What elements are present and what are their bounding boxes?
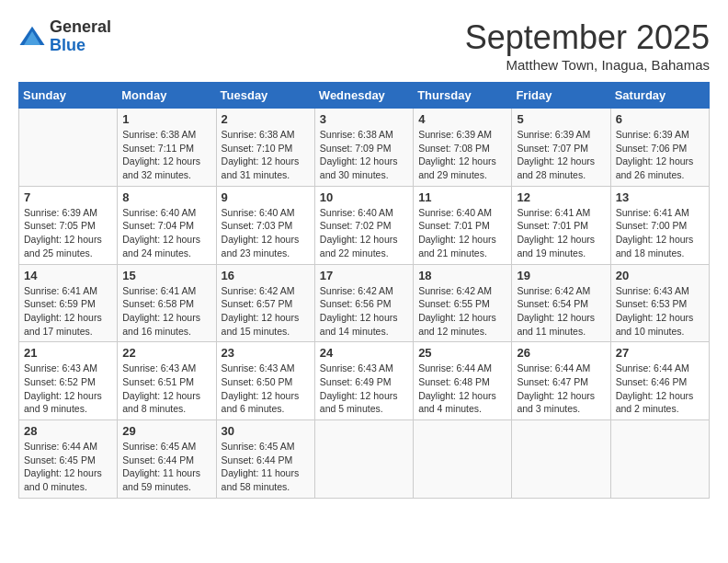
day-number: 9 [222, 190, 310, 204]
calendar-cell: 5Sunrise: 6:39 AM Sunset: 7:07 PM Daylig… [512, 109, 610, 187]
day-number: 26 [517, 346, 605, 360]
calendar-cell: 19Sunrise: 6:42 AM Sunset: 6:54 PM Dayli… [512, 264, 610, 342]
calendar-cell: 14Sunrise: 6:41 AM Sunset: 6:59 PM Dayli… [19, 264, 118, 342]
calendar-cell: 7Sunrise: 6:39 AM Sunset: 7:05 PM Daylig… [19, 186, 118, 264]
calendar-table: SundayMondayTuesdayWednesdayThursdayFrid… [18, 82, 710, 499]
day-info: Sunrise: 6:43 AM Sunset: 6:49 PM Dayligh… [320, 362, 408, 416]
calendar-cell: 11Sunrise: 6:40 AM Sunset: 7:01 PM Dayli… [414, 186, 512, 264]
day-info: Sunrise: 6:44 AM Sunset: 6:45 PM Dayligh… [24, 440, 112, 494]
day-number: 11 [418, 190, 506, 204]
day-info: Sunrise: 6:45 AM Sunset: 6:44 PM Dayligh… [122, 440, 210, 494]
day-header-friday: Friday [512, 83, 610, 109]
day-info: Sunrise: 6:39 AM Sunset: 7:06 PM Dayligh… [616, 128, 704, 182]
day-number: 25 [418, 346, 506, 360]
day-info: Sunrise: 6:41 AM Sunset: 6:59 PM Dayligh… [24, 284, 112, 339]
calendar-cell [414, 420, 512, 499]
day-number: 10 [320, 190, 408, 204]
day-info: Sunrise: 6:43 AM Sunset: 6:51 PM Dayligh… [122, 362, 210, 416]
day-number: 16 [222, 269, 310, 282]
day-info: Sunrise: 6:43 AM Sunset: 6:53 PM Dayligh… [616, 284, 704, 339]
day-info: Sunrise: 6:38 AM Sunset: 7:09 PM Dayligh… [320, 128, 408, 182]
day-info: Sunrise: 6:41 AM Sunset: 7:01 PM Dayligh… [517, 206, 605, 260]
calendar-cell: 13Sunrise: 6:41 AM Sunset: 7:00 PM Dayli… [610, 186, 709, 264]
day-number: 17 [320, 269, 408, 282]
day-number: 18 [418, 269, 506, 282]
day-number: 21 [24, 346, 112, 360]
day-number: 29 [122, 424, 210, 438]
calendar-cell [610, 420, 709, 499]
day-header-thursday: Thursday [414, 83, 512, 109]
title-block: September 2025 Matthew Town, Inagua, Bah… [465, 18, 710, 73]
calendar-week-row: 14Sunrise: 6:41 AM Sunset: 6:59 PM Dayli… [19, 264, 710, 342]
day-number: 15 [122, 269, 210, 282]
calendar-week-row: 1Sunrise: 6:38 AM Sunset: 7:11 PM Daylig… [19, 109, 710, 187]
calendar-cell: 21Sunrise: 6:43 AM Sunset: 6:52 PM Dayli… [19, 342, 118, 420]
calendar-cell: 30Sunrise: 6:45 AM Sunset: 6:44 PM Dayli… [216, 420, 314, 499]
calendar-cell: 28Sunrise: 6:44 AM Sunset: 6:45 PM Dayli… [19, 420, 118, 499]
calendar-cell: 25Sunrise: 6:44 AM Sunset: 6:48 PM Dayli… [414, 342, 512, 420]
logo-blue: Blue [50, 37, 111, 55]
day-number: 1 [122, 112, 210, 126]
day-info: Sunrise: 6:41 AM Sunset: 7:00 PM Dayligh… [616, 206, 704, 260]
day-number: 4 [418, 112, 506, 126]
day-number: 7 [24, 190, 112, 204]
logo-text: General Blue [50, 18, 111, 55]
day-header-tuesday: Tuesday [216, 83, 314, 109]
logo-general: General [50, 18, 111, 37]
day-info: Sunrise: 6:39 AM Sunset: 7:08 PM Dayligh… [418, 128, 506, 182]
day-info: Sunrise: 6:40 AM Sunset: 7:01 PM Dayligh… [418, 206, 506, 260]
day-header-sunday: Sunday [19, 83, 118, 109]
calendar-cell: 8Sunrise: 6:40 AM Sunset: 7:04 PM Daylig… [118, 186, 216, 264]
day-number: 12 [517, 190, 605, 204]
calendar-week-row: 28Sunrise: 6:44 AM Sunset: 6:45 PM Dayli… [19, 420, 710, 499]
day-number: 20 [616, 269, 704, 282]
day-info: Sunrise: 6:38 AM Sunset: 7:10 PM Dayligh… [222, 128, 310, 182]
calendar-cell: 18Sunrise: 6:42 AM Sunset: 6:55 PM Dayli… [414, 264, 512, 342]
day-info: Sunrise: 6:40 AM Sunset: 7:03 PM Dayligh… [222, 206, 310, 260]
day-info: Sunrise: 6:45 AM Sunset: 6:44 PM Dayligh… [222, 440, 310, 494]
day-info: Sunrise: 6:41 AM Sunset: 6:58 PM Dayligh… [122, 284, 210, 339]
day-number: 6 [616, 112, 704, 126]
calendar-cell: 17Sunrise: 6:42 AM Sunset: 6:56 PM Dayli… [314, 264, 413, 342]
calendar-cell: 4Sunrise: 6:39 AM Sunset: 7:08 PM Daylig… [414, 109, 512, 187]
calendar-cell [512, 420, 610, 499]
day-info: Sunrise: 6:44 AM Sunset: 6:48 PM Dayligh… [418, 362, 506, 416]
day-info: Sunrise: 6:42 AM Sunset: 6:57 PM Dayligh… [222, 284, 310, 339]
calendar-cell [19, 109, 118, 187]
day-info: Sunrise: 6:44 AM Sunset: 6:46 PM Dayligh… [616, 362, 704, 416]
day-number: 19 [517, 269, 605, 282]
calendar-cell: 24Sunrise: 6:43 AM Sunset: 6:49 PM Dayli… [314, 342, 413, 420]
day-number: 28 [24, 424, 112, 438]
calendar-cell: 27Sunrise: 6:44 AM Sunset: 6:46 PM Dayli… [610, 342, 709, 420]
calendar-header-row: SundayMondayTuesdayWednesdayThursdayFrid… [19, 83, 710, 109]
calendar-cell: 15Sunrise: 6:41 AM Sunset: 6:58 PM Dayli… [118, 264, 216, 342]
calendar-cell: 29Sunrise: 6:45 AM Sunset: 6:44 PM Dayli… [118, 420, 216, 499]
day-info: Sunrise: 6:40 AM Sunset: 7:02 PM Dayligh… [320, 206, 408, 260]
calendar-cell: 9Sunrise: 6:40 AM Sunset: 7:03 PM Daylig… [216, 186, 314, 264]
calendar-cell: 10Sunrise: 6:40 AM Sunset: 7:02 PM Dayli… [314, 186, 413, 264]
day-number: 30 [222, 424, 310, 438]
day-number: 2 [222, 112, 310, 126]
month-title: September 2025 [465, 18, 710, 57]
day-info: Sunrise: 6:43 AM Sunset: 6:50 PM Dayligh… [222, 362, 310, 416]
day-header-wednesday: Wednesday [314, 83, 413, 109]
day-header-monday: Monday [118, 83, 216, 109]
location-subtitle: Matthew Town, Inagua, Bahamas [465, 57, 710, 73]
calendar-cell: 1Sunrise: 6:38 AM Sunset: 7:11 PM Daylig… [118, 109, 216, 187]
calendar-cell: 22Sunrise: 6:43 AM Sunset: 6:51 PM Dayli… [118, 342, 216, 420]
day-info: Sunrise: 6:39 AM Sunset: 7:07 PM Dayligh… [517, 128, 605, 182]
calendar-cell: 16Sunrise: 6:42 AM Sunset: 6:57 PM Dayli… [216, 264, 314, 342]
day-number: 24 [320, 346, 408, 360]
day-info: Sunrise: 6:42 AM Sunset: 6:56 PM Dayligh… [320, 284, 408, 339]
calendar-cell: 6Sunrise: 6:39 AM Sunset: 7:06 PM Daylig… [610, 109, 709, 187]
calendar-week-row: 7Sunrise: 6:39 AM Sunset: 7:05 PM Daylig… [19, 186, 710, 264]
calendar-week-row: 21Sunrise: 6:43 AM Sunset: 6:52 PM Dayli… [19, 342, 710, 420]
calendar-cell: 12Sunrise: 6:41 AM Sunset: 7:01 PM Dayli… [512, 186, 610, 264]
day-info: Sunrise: 6:38 AM Sunset: 7:11 PM Dayligh… [122, 128, 210, 182]
calendar-cell: 3Sunrise: 6:38 AM Sunset: 7:09 PM Daylig… [314, 109, 413, 187]
day-header-saturday: Saturday [610, 83, 709, 109]
day-info: Sunrise: 6:40 AM Sunset: 7:04 PM Dayligh… [122, 206, 210, 260]
day-number: 3 [320, 112, 408, 126]
day-number: 22 [122, 346, 210, 360]
calendar-cell: 26Sunrise: 6:44 AM Sunset: 6:47 PM Dayli… [512, 342, 610, 420]
